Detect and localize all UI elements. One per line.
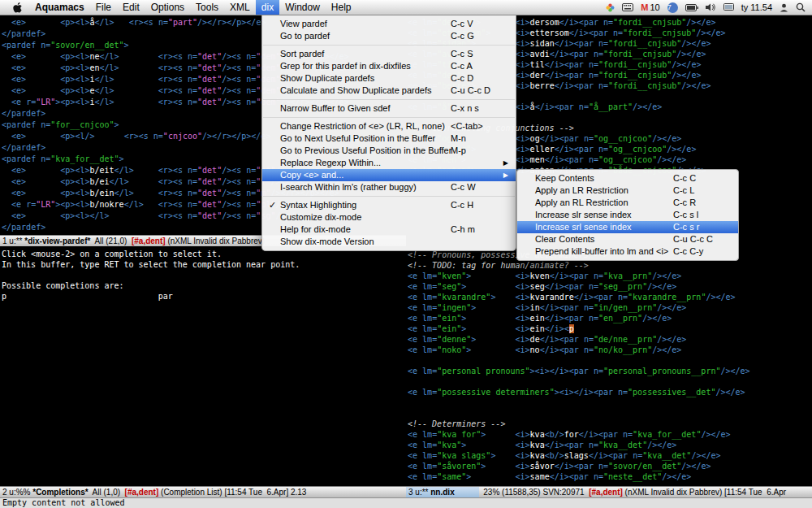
menu-item-go-to-previous-useful-position-in-the-buffer[interactable]: Go to Previous Useful Position in the Bu… — [262, 145, 516, 157]
menu-item-replace-regexp-within[interactable]: Replace Regexp Within...▶ — [262, 157, 516, 169]
menu-item-clear-contents[interactable]: Clear ContentsC-u C-c C — [517, 233, 738, 245]
mode-line-nn-dix[interactable]: 3 u:** nn.dix 23% (11588,35) SVN:20971 [… — [406, 486, 812, 497]
menu-item-label: Syntax Highlighting — [280, 199, 356, 211]
menu-item-label: Change Restriction of <e> (LR, RL, none) — [280, 120, 445, 132]
code-line: <e lm="såvoren"> <i>såvor</i><par n="sov… — [408, 461, 812, 471]
display-icon[interactable] — [723, 3, 734, 11]
battery-icon[interactable] — [685, 4, 698, 11]
modeline-prefix: 3 u:** — [408, 488, 430, 497]
menu-item-shortcut: C-c S — [451, 48, 473, 60]
menu-item-label: Keep Contents — [535, 172, 594, 185]
menu-item-label: Prepend kill-buffer into lm and <i> — [535, 245, 668, 258]
menu-item-shortcut: C-c V — [451, 18, 473, 30]
menu-item-go-to-next-useful-position-in-the-buffer[interactable]: Go to Next Useful Position in the Buffer… — [262, 132, 516, 145]
menu-item-label: Help for dix-mode — [280, 224, 351, 236]
menu-item-go-to-pardef[interactable]: Go to pardefC-c G — [262, 30, 516, 42]
menu-item-label: Calculate and Show Duplicate pardefs — [280, 85, 432, 97]
menu-item-label: Narrow Buffer to Given sdef — [280, 102, 391, 115]
modeline-flag: [#a,dent] — [125, 488, 159, 497]
menu-item-i-search-within-lm-s-rather-buggy[interactable]: I-search Within lm's (rather buggy)C-c W — [262, 181, 516, 193]
menubar-menu-dix[interactable]: dix — [256, 0, 279, 15]
code-line: <e lm="kva"> <i>kva</i><par n="kva__det"… — [408, 440, 812, 450]
modeline-selected-segment: 3 u:** nn.dix — [406, 487, 479, 497]
menu-item-sort-pardef[interactable]: Sort pardefC-c S — [262, 48, 516, 60]
checkmark-icon: ✓ — [269, 199, 276, 211]
menubar-menus: AquamacsFileEditOptionsToolsXMLdixWindow… — [29, 0, 357, 15]
menu-separator — [263, 99, 515, 100]
code-line: <e lm="ingen"> <i>in</i><par n="in/gen__… — [408, 302, 812, 313]
copy-e-submenu: Keep ContentsC-c CApply an LR Restrictio… — [516, 169, 739, 261]
menu-item-prepend-kill-buffer-into-lm-and-i[interactable]: Prepend kill-buffer into lm and <i>C-c C… — [517, 245, 738, 258]
menu-item-apply-an-lr-restriction[interactable]: Apply an LR RestrictionC-c L — [517, 185, 738, 197]
menu-item-label: Go to Next Useful Position in the Buffer — [280, 132, 435, 145]
menu-item-increase-srl-sense-index[interactable]: Increase srl sense indexC-c s r — [517, 221, 738, 233]
code-line: <e lm="kvarandre"> <i>kvarandre</i><par … — [408, 292, 812, 302]
menubar-menu-help[interactable]: Help — [326, 0, 357, 15]
menu-bar: AquamacsFileEditOptionsToolsXMLdixWindow… — [0, 0, 812, 15]
spotlight-icon[interactable] — [796, 2, 806, 12]
modeline-flag: [#a,dent] — [132, 237, 166, 245]
text-line: p par — [2, 291, 406, 302]
completions-window[interactable]: Click <mouse-2> on a completion to selec… — [0, 246, 406, 486]
menu-item-help-for-dix-mode[interactable]: Help for dix-modeC-h m — [262, 224, 516, 236]
menu-item-shortcut: C-c C-y — [673, 245, 703, 258]
menu-separator — [263, 45, 515, 46]
menu-item-grep-for-this-pardef-in-dix-dixfiles[interactable]: Grep for this pardef in dix-dixfilesC-c … — [262, 60, 516, 72]
modeline-modes: (nXML Invalid dix Pabbrev) [11:54 Tue 6.… — [623, 488, 786, 497]
menu-item-label: Go to Previous Useful Position in the Bu… — [280, 145, 451, 157]
menubar-menu-tools[interactable]: Tools — [190, 0, 224, 15]
menu-item-label: Increase slr sense index — [535, 209, 632, 221]
menu-item-label: Sort pardef — [280, 48, 324, 60]
menubar-menu-aquamacs[interactable]: Aquamacs — [29, 0, 90, 15]
menu-item-shortcut: C-c D — [451, 72, 473, 85]
echo-area[interactable]: Empty content not allowed — [0, 497, 812, 508]
pinwheel-icon[interactable] — [606, 3, 615, 12]
modeline-modes: (Completion List) [11:54 Tue 6.Apr] 2.13 — [158, 488, 306, 497]
menu-item-view-pardef[interactable]: View pardefC-c V — [262, 18, 516, 30]
menu-item-shortcut: C-u C-c D — [451, 85, 490, 97]
menu-item-increase-slr-sense-index[interactable]: Increase slr sense indexC-c s l — [517, 209, 738, 221]
menubar-menu-options[interactable]: Options — [145, 0, 190, 15]
volume-icon[interactable] — [706, 3, 716, 11]
menu-item-syntax-highlighting[interactable]: ✓Syntax HighlightingC-c H — [262, 199, 516, 211]
menu-item-show-duplicate-pardefs[interactable]: Show Duplicate pardefsC-c D — [262, 72, 516, 85]
menu-item-label: Show Duplicate pardefs — [280, 72, 374, 85]
echo-message: Empty content not allowed — [2, 498, 125, 507]
menu-item-shortcut: C-c A — [451, 60, 473, 72]
menu-item-label: View pardef — [280, 18, 327, 30]
menu-item-shortcut: C-u C-c C — [673, 233, 713, 245]
menubar-menu-edit[interactable]: Edit — [117, 0, 145, 15]
menu-item-calculate-and-show-duplicate-pardefs[interactable]: Calculate and Show Duplicate pardefsC-u … — [262, 85, 516, 97]
menu-item-copy-e-and[interactable]: Copy <e> and...▶ — [262, 169, 516, 181]
menu-item-change-restriction-of-e-lr-rl-none[interactable]: Change Restriction of <e> (LR, RL, none)… — [262, 120, 516, 132]
notification-badge[interactable]: 7 — [667, 2, 678, 13]
dix-menu-dropdown: View pardefC-c VGo to pardefC-c GSort pa… — [261, 15, 516, 251]
menubar-menu-xml[interactable]: XML — [224, 0, 256, 15]
menu-item-customize-dix-mode[interactable]: Customize dix-mode — [262, 211, 516, 224]
menu-separator — [263, 196, 515, 197]
menu-item-shortcut: C-h m — [451, 224, 475, 236]
menubar-menu-window[interactable]: Window — [279, 0, 326, 15]
code-line: <e lm="personal pronouns"><i></i><par n=… — [408, 366, 812, 376]
modeline-position: 23% (11588,35) SVN:20971 — [479, 488, 589, 497]
modeline-modes: (nXML Invalid dix Pabbrev) — [166, 237, 265, 245]
modeline-prefix: 1 u:** — [2, 237, 24, 245]
keyboard-icon[interactable] — [622, 3, 633, 11]
menu-item-narrow-buffer-to-given-sdef[interactable]: Narrow Buffer to Given sdefC-x n s — [262, 102, 516, 115]
menubar-clock[interactable]: ty 11.54 — [741, 2, 772, 12]
mail-icon-glyph: M — [641, 2, 648, 12]
mail-icon[interactable]: M10 — [641, 2, 659, 12]
menu-item-shortcut: C-c H — [451, 199, 473, 211]
menu-item-show-dix-mode-version[interactable]: Show dix-mode Version — [262, 236, 516, 248]
menu-item-apply-an-rl-restriction[interactable]: Apply an RL RestrictionC-c R — [517, 197, 738, 209]
apple-menu[interactable] — [6, 2, 29, 13]
code-line: <e lm="possessive determiners"><i></i><p… — [408, 387, 812, 397]
menu-item-keep-contents[interactable]: Keep ContentsC-c C — [517, 172, 738, 185]
user-icon[interactable] — [780, 3, 788, 12]
menu-item-shortcut: C-c G — [451, 30, 474, 42]
menubar-menu-file[interactable]: File — [90, 0, 117, 15]
modeline-buffer-name: *Completions* — [32, 488, 88, 497]
modeline-prefix: 2 u:%% — [2, 488, 32, 497]
menu-item-label: Show dix-mode Version — [280, 236, 374, 248]
mode-line-completions[interactable]: 2 u:%% *Completions* All (1,0) [#a,dent]… — [0, 486, 406, 497]
